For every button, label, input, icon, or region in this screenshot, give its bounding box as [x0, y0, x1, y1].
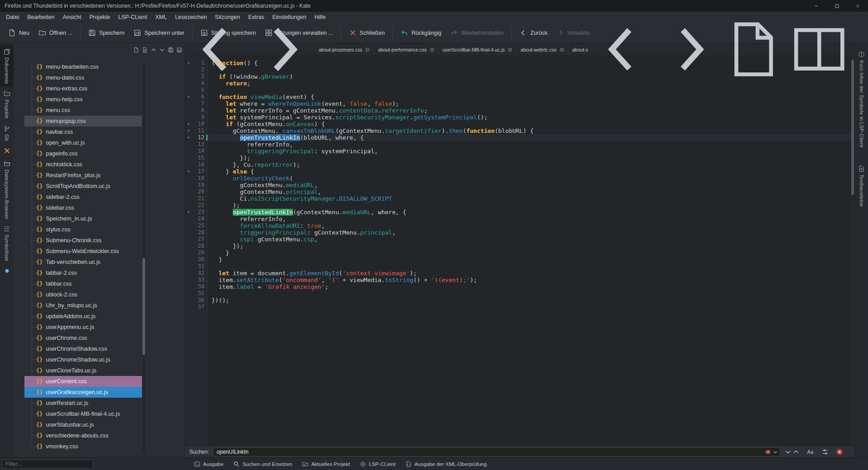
- tree-item[interactable]: {}userRestart.uc.js: [14, 398, 146, 409]
- sidebar-tab-textbausteine[interactable]: Textbausteine: [855, 162, 868, 210]
- tree-save-button[interactable]: [167, 46, 174, 53]
- tree-save-as-button[interactable]: [175, 46, 183, 53]
- tree-item[interactable]: {}navbar.css: [14, 127, 146, 137]
- documents-scrollbar[interactable]: [142, 64, 145, 452]
- tab-close-button[interactable]: [429, 47, 435, 52]
- tree-item[interactable]: {}menu-help.css: [14, 94, 146, 105]
- sidebar-tab-git[interactable]: Git: [0, 122, 14, 144]
- find-previous-button[interactable]: [792, 448, 800, 456]
- clear-search-icon[interactable]: [764, 449, 771, 455]
- tree-item[interactable]: {}menu.css: [14, 105, 146, 116]
- sidebar-tab-diff-icon[interactable]: [0, 144, 14, 157]
- toolbar-schließen[interactable]: Schließen: [344, 26, 390, 40]
- tree-open-document-button[interactable]: [141, 46, 148, 53]
- menu-projekte[interactable]: Projekte: [85, 13, 114, 22]
- tree-item[interactable]: {}userChrome.css: [14, 333, 146, 343]
- toolview-button-suchen-und-ersetzen[interactable]: Suchen und Ersetzen: [229, 459, 296, 469]
- tree-item[interactable]: {}sidebar.css: [14, 202, 146, 213]
- menu-xml[interactable]: XML: [151, 13, 171, 22]
- tree-item[interactable]: {}userContent.css: [14, 376, 146, 387]
- tree-next-document-button[interactable]: [158, 46, 165, 53]
- menu-ansicht[interactable]: Ansicht: [59, 13, 85, 22]
- tree-item[interactable]: {}userChromeShadow.css: [14, 343, 146, 354]
- tree-item[interactable]: {}userScrollbar-MB-final-4.uc.js: [14, 409, 146, 419]
- document-tab[interactable]: about-prozesses.css: [315, 43, 374, 56]
- menu-datei[interactable]: Datei: [2, 13, 23, 22]
- toolbar-speichern[interactable]: Speichern: [84, 26, 129, 40]
- sidebar-tab-plugin-icon[interactable]: [0, 264, 14, 277]
- find-next-button[interactable]: [784, 448, 792, 456]
- tree-item[interactable]: {}Submenu-WebEntwickler.css: [14, 246, 146, 257]
- tab-close-button[interactable]: [507, 47, 513, 52]
- tree-item[interactable]: {}userAppmenu.uc.js: [14, 322, 146, 333]
- editor[interactable]: ▾1(function() {23 if (!window.gBrowser)4…: [185, 56, 854, 446]
- close-button[interactable]: [847, 0, 868, 12]
- menu-lsp-client[interactable]: LSP-CLient: [114, 13, 151, 22]
- minimize-button[interactable]: [806, 0, 826, 12]
- tree-item[interactable]: {}userGrafikanzeigen.uc.js: [14, 387, 146, 398]
- documents-scrollbar-thumb[interactable]: [142, 258, 145, 355]
- tree-previous-document-button[interactable]: [150, 46, 157, 53]
- toolbar-öffnen[interactable]: Öffnen ...: [34, 26, 77, 40]
- tree-item[interactable]: {}rechtsklick.css: [14, 159, 146, 170]
- sidebar-tab-dateisystem-browser[interactable]: Dateisystem-Browser: [0, 157, 14, 222]
- document-tab[interactable]: about-performance.css: [374, 43, 439, 56]
- fold-marker[interactable]: ▾: [185, 94, 192, 100]
- tree-item[interactable]: {}sidebar-2.css: [14, 192, 146, 202]
- tree-item[interactable]: {}menu-extras.css: [14, 83, 146, 94]
- tree-item[interactable]: {}verschiedene-abouts.css: [14, 430, 146, 441]
- tree-item[interactable]: {}userChromeShadow.uc.js: [14, 354, 146, 365]
- fold-marker[interactable]: ▾: [185, 127, 192, 134]
- tree-item[interactable]: {}tabbar.css: [14, 278, 146, 289]
- editor-scrollbar-thumb[interactable]: [851, 60, 854, 195]
- tree-item[interactable]: {}userCloseTabs.uc.js: [14, 365, 146, 376]
- tree-new-document-button[interactable]: [132, 46, 140, 53]
- tree-item[interactable]: {}pageinfo.css: [14, 148, 146, 159]
- tree-item[interactable]: {}stylus.css: [14, 224, 146, 235]
- documents-filter-input[interactable]: [2, 460, 93, 469]
- toolview-button-ausgabe[interactable]: Ausgabe: [190, 459, 227, 469]
- fold-marker[interactable]: ▾: [185, 209, 192, 216]
- tree-item[interactable]: {}Speichern_in.uc.js: [14, 213, 146, 224]
- search-options-button[interactable]: [821, 448, 829, 456]
- tree-item[interactable]: {}Tab-verschieben.uc.js: [14, 257, 146, 268]
- tree-item[interactable]: {}menupopup.css: [14, 116, 146, 127]
- tree-item[interactable]: {}vmonkey.css: [14, 441, 146, 452]
- tree-item[interactable]: {}userStatusbar.uc.js: [14, 419, 146, 430]
- maximize-button[interactable]: [826, 0, 847, 12]
- toolbar-neu[interactable]: Neu: [4, 26, 34, 40]
- match-case-button[interactable]: Aa: [807, 448, 815, 456]
- toolbar-zurück[interactable]: Zurück: [515, 26, 552, 40]
- document-tab[interactable]: about-support.css (3): [569, 43, 588, 56]
- tree-item[interactable]: {}updateAddons.uc.js: [14, 311, 146, 322]
- fold-marker[interactable]: ▾: [185, 134, 192, 141]
- sidebar-tab-symbolliste[interactable]: Symbolliste: [0, 222, 14, 265]
- search-history-dropdown[interactable]: [772, 449, 778, 455]
- search-input[interactable]: [213, 447, 780, 456]
- tree-item[interactable]: {}Submenu-Chronik.css: [14, 235, 146, 246]
- toolbar-speichern-unter[interactable]: Speichern unter: [129, 26, 189, 40]
- menu-bearbeiten[interactable]: Bearbeiten: [23, 13, 58, 22]
- toolview-button-aktuelles-projekt[interactable]: Aktuelles Projekt: [298, 459, 354, 469]
- fold-marker[interactable]: ▾: [185, 121, 192, 127]
- tree-item[interactable]: {}Uhr_by_milupo.uc.js: [14, 300, 146, 311]
- tab-close-button[interactable]: [559, 47, 565, 52]
- document-tab[interactable]: about-webrtc.css: [517, 43, 568, 56]
- document-tab[interactable]: userScrollbar-MB-final-4.uc.js: [439, 43, 517, 56]
- toolbar-rückgängig[interactable]: Rückgängig: [396, 26, 446, 40]
- editor-scrollbar[interactable]: [851, 56, 854, 446]
- tree-item[interactable]: {}menu-datei.css: [14, 72, 146, 83]
- sidebar-tab-dokumente[interactable]: Dokumente: [0, 45, 14, 87]
- toolview-button-ausgabe-der-xml-überprüfung[interactable]: Ausgabe der XML-Überprüfung: [401, 459, 491, 469]
- tree-item[interactable]: {}tabbar-2.css: [14, 268, 146, 278]
- toolbar-wiederherstellen[interactable]: Wiederherstellen: [446, 26, 508, 40]
- tree-item[interactable]: {}ublock-2.css: [14, 289, 146, 300]
- tree-item[interactable]: {}ScrollTopAndBottom.uc.js: [14, 181, 146, 192]
- sidebar-tab-kurz-infos-der-symbole-in-lsp-client[interactable]: Kurz-Infos der Symbole in LSP-Client: [855, 48, 868, 150]
- tab-close-button[interactable]: [365, 47, 370, 52]
- fold-marker[interactable]: ▾: [185, 60, 192, 66]
- close-search-button[interactable]: [835, 448, 844, 456]
- tree-item[interactable]: {}open_with.uc.js: [14, 137, 146, 148]
- tree-item[interactable]: {}RestartFirefox_plus.js: [14, 170, 146, 181]
- toolview-button-lsp-client[interactable]: LSP-CLient: [356, 459, 400, 469]
